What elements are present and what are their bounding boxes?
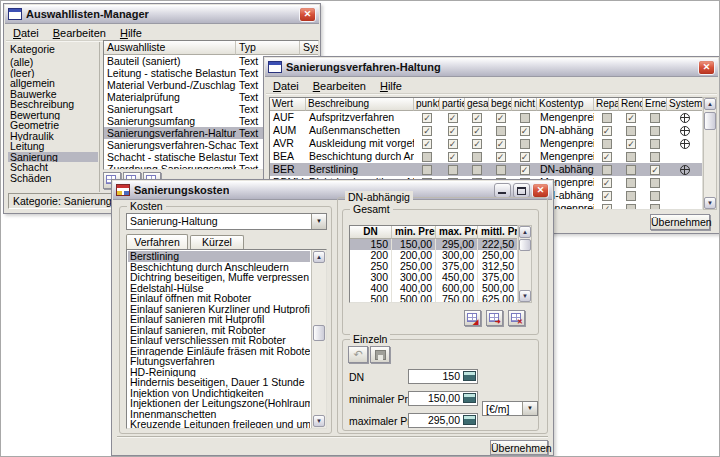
verfahren-list-item[interactable]: Berstlining (128, 251, 310, 262)
checkbox-cell[interactable] (643, 137, 667, 150)
maximize-icon[interactable] (513, 183, 530, 198)
verfahren-list-item[interactable]: Einlauf sanieren mit Hutprofil (128, 314, 310, 325)
checkbox-cell[interactable] (512, 150, 537, 163)
calculator-icon[interactable] (463, 393, 476, 403)
list-scrollbar[interactable]: ▲ ▼ (311, 250, 326, 428)
checkbox-cell[interactable] (465, 111, 489, 124)
column-header[interactable]: mittl. Preis (478, 226, 518, 239)
kategorie-item[interactable]: Geometrie (8, 120, 98, 131)
checkbox-cell[interactable] (594, 176, 619, 189)
table-row[interactable]: 500500,00750,00625,00 (350, 294, 517, 303)
kategorie-item[interactable]: allgemein (8, 78, 98, 89)
verfahren-list-item[interactable]: Injektion von Undichtigkeiten (128, 388, 310, 399)
verfahren-list-item[interactable]: Flutungsverfahren (128, 356, 310, 367)
table-row[interactable]: 300300,00450,00375,00 (350, 272, 517, 283)
scroll-up-icon[interactable]: ▲ (519, 226, 531, 238)
menu-datei[interactable]: Datei (266, 79, 306, 93)
undo-icon[interactable]: ↶ (348, 346, 368, 363)
checkbox-cell[interactable] (619, 176, 643, 189)
checkbox-cell[interactable] (594, 111, 619, 124)
verfahren-list-item[interactable]: Beschichtung durch Anschleudern (128, 262, 310, 273)
close-icon[interactable]: ✕ (698, 60, 715, 75)
max-preis-field[interactable]: 295,00 (408, 413, 478, 428)
table-delete-button[interactable]: ✕ (508, 310, 525, 326)
checkbox-cell[interactable] (594, 137, 619, 150)
kosten-combobox[interactable]: Sanierung-Haltung ▼ (126, 213, 327, 230)
checkbox-cell[interactable] (619, 124, 643, 137)
column-header[interactable]: Kostentyp (537, 98, 594, 111)
checkbox-cell[interactable] (414, 124, 440, 137)
table-row[interactable]: AUMAußenmanschettenDN-abhängig (270, 124, 702, 137)
column-header[interactable]: Syster (300, 41, 319, 55)
verfahren-list-item[interactable]: Edelstahl-Hülse (128, 283, 310, 294)
close-icon[interactable]: ✕ (532, 183, 549, 198)
checkbox-cell[interactable] (512, 137, 537, 150)
table-scrollbar[interactable]: ▲ ▼ (518, 225, 532, 303)
checkbox-cell[interactable] (619, 111, 643, 124)
checkbox-cell[interactable] (643, 124, 667, 137)
checkbox-cell[interactable] (465, 124, 489, 137)
table-row[interactable]: 200200,00300,00250,00 (350, 250, 517, 261)
checkbox-cell[interactable] (414, 137, 440, 150)
table-row[interactable]: AUFAufspritzverfahrenMengenpreis (270, 111, 702, 124)
scroll-down-icon[interactable]: ▼ (704, 197, 716, 209)
checkbox-cell[interactable] (643, 150, 667, 163)
checkbox-cell[interactable] (440, 163, 465, 176)
kategorie-item[interactable]: Schäden (8, 173, 98, 184)
menu-bearbeiten[interactable]: Bearbeiten (46, 26, 113, 40)
kategorie-item[interactable]: (alle) (8, 57, 98, 68)
checkbox-cell[interactable] (512, 124, 537, 137)
calculator-icon[interactable] (463, 371, 476, 381)
scroll-thumb[interactable] (704, 112, 716, 130)
titlebar[interactable]: Auswahllisten-Manager ✕ (5, 5, 319, 24)
table-edit-button[interactable]: ◢ (464, 310, 481, 326)
checkbox-cell[interactable] (594, 150, 619, 163)
menu-datei[interactable]: Datei (6, 26, 46, 40)
dn-field[interactable]: 150 (408, 369, 478, 384)
verfahren-list-item[interactable]: Einlauf sanieren Kurzliner und Hutprofil (128, 304, 310, 315)
verfahren-list-item[interactable]: HD-Reinigung (128, 367, 310, 378)
checkbox-cell[interactable] (489, 163, 512, 176)
checkbox-cell[interactable] (619, 163, 643, 176)
titlebar[interactable]: Sanierungsverfahren-Haltung ✕ (265, 58, 718, 77)
column-header[interactable]: begehl (489, 98, 512, 111)
checkbox-cell[interactable] (512, 111, 537, 124)
table-insert-button[interactable]: ➜ (486, 310, 503, 326)
kategorie-item[interactable]: Bauwerke (8, 89, 98, 100)
verfahren-list-item[interactable]: Dichtring beseitigen, Muffe verpressen (128, 272, 310, 283)
column-header[interactable]: partiell (440, 98, 465, 111)
scroll-down-icon[interactable]: ▼ (519, 290, 531, 302)
checkbox-cell[interactable] (594, 124, 619, 137)
tab-verfahren[interactable]: Verfahren (126, 234, 188, 249)
checkbox-cell[interactable] (489, 137, 512, 150)
column-header[interactable]: DN (350, 226, 392, 239)
checkbox-cell[interactable] (643, 111, 667, 124)
menu-bearbeiten[interactable]: Bearbeiten (306, 79, 373, 93)
column-header[interactable]: punktu (414, 98, 440, 111)
table-row[interactable]: BERBerstliningDN-abhängig (270, 163, 702, 176)
checkbox-cell[interactable] (440, 137, 465, 150)
chevron-down-icon[interactable]: ▼ (311, 214, 326, 229)
column-header[interactable]: Renov (619, 98, 643, 111)
checkbox-cell[interactable] (465, 150, 489, 163)
checkbox-cell[interactable] (414, 150, 440, 163)
verfahren-list-item[interactable]: Injektionen der Leitungszone(Hohlraum, B… (128, 398, 310, 409)
column-header[interactable]: Repar (594, 98, 619, 111)
column-header[interactable]: Erneue (643, 98, 667, 111)
save-icon[interactable] (370, 346, 390, 363)
menu-hilfe[interactable]: Hilfe (373, 79, 409, 93)
verfahren-list-item[interactable]: Einlauf öffnen mit Roboter (128, 293, 310, 304)
column-header[interactable]: nicht b (512, 98, 537, 111)
table-row[interactable]: BEABeschichtung durch AnschleudMengenpre… (270, 150, 702, 163)
scroll-down-icon[interactable]: ▼ (313, 415, 325, 427)
verfahren-list-item[interactable]: Kreuzende Leitungen freilegen und umbett… (128, 419, 310, 429)
verfahren-list-item[interactable]: Einragende Einläufe fräsen mit Roboter (128, 346, 310, 357)
column-header[interactable]: Typ (236, 41, 300, 55)
kategorie-item[interactable]: Hydraulik (8, 131, 98, 142)
column-header[interactable]: Auswahlliste (104, 41, 236, 55)
verfahren-list-item[interactable]: Einlauf sanieren, mit Roboter (128, 325, 310, 336)
checkbox-cell[interactable] (440, 111, 465, 124)
checkbox-cell[interactable] (594, 163, 619, 176)
kategorie-item[interactable]: Beschreibung (8, 99, 98, 110)
table-row[interactable]: 400400,00600,00500,00 (350, 283, 517, 294)
